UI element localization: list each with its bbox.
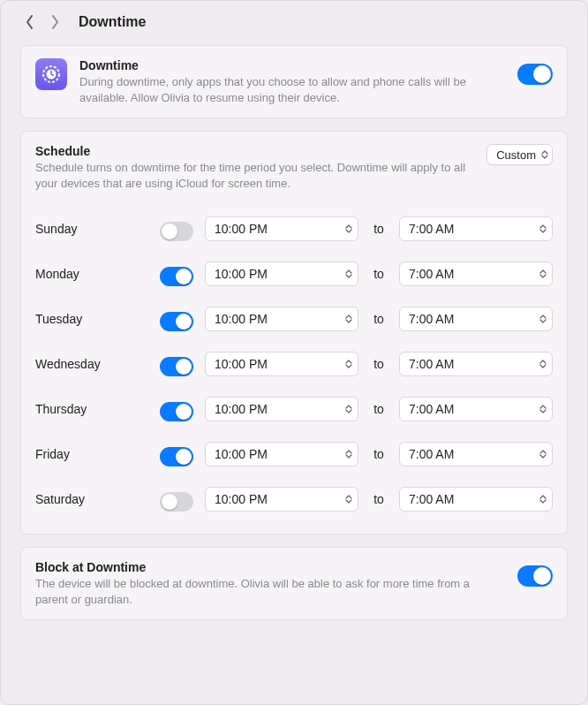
downtime-card: Downtime During downtime, only apps that… <box>20 45 568 118</box>
end-time-stepper[interactable]: 7:00 AM <box>399 216 553 241</box>
to-label: to <box>366 267 392 281</box>
updown-icon <box>345 269 352 278</box>
end-time-stepper[interactable]: 7:00 AM <box>399 262 553 286</box>
updown-icon <box>345 495 352 504</box>
to-label: to <box>366 357 392 371</box>
day-label: Sunday <box>35 222 148 236</box>
updown-icon <box>345 450 352 459</box>
downtime-toggle[interactable] <box>517 64 553 85</box>
day-row: Wednesday10:00 PMto7:00 AM <box>35 341 553 386</box>
to-label: to <box>366 492 392 506</box>
nav-forward-button[interactable] <box>49 13 61 31</box>
block-description: The device will be blocked at downtime. … <box>35 576 505 607</box>
day-label: Friday <box>35 447 148 461</box>
updown-icon <box>539 360 547 368</box>
day-label: Saturday <box>35 492 148 506</box>
day-row: Friday10:00 PMto7:00 AM <box>35 431 553 476</box>
end-time-value: 7:00 AM <box>409 447 454 461</box>
day-toggle[interactable] <box>160 267 193 286</box>
day-toggle[interactable] <box>160 312 193 331</box>
day-label: Monday <box>35 267 148 281</box>
downtime-icon <box>35 58 67 90</box>
day-label: Wednesday <box>35 357 148 371</box>
day-toggle[interactable] <box>160 402 193 421</box>
start-time-value: 10:00 PM <box>215 222 268 236</box>
page-title: Downtime <box>79 14 146 30</box>
end-time-stepper[interactable]: 7:00 AM <box>399 397 553 421</box>
day-row: Thursday10:00 PMto7:00 AM <box>35 386 553 431</box>
days-list: Sunday10:00 PMto7:00 AMMonday10:00 PMto7… <box>35 207 553 521</box>
downtime-title: Downtime <box>79 58 505 72</box>
start-time-stepper[interactable]: 10:00 PM <box>205 216 358 241</box>
start-time-stepper[interactable]: 10:00 PM <box>205 397 358 421</box>
start-time-stepper[interactable]: 10:00 PM <box>205 442 358 466</box>
end-time-value: 7:00 AM <box>409 402 454 416</box>
day-row: Monday10:00 PMto7:00 AM <box>35 251 553 296</box>
to-label: to <box>366 312 392 326</box>
updown-icon <box>539 450 547 459</box>
end-time-value: 7:00 AM <box>409 222 454 236</box>
end-time-value: 7:00 AM <box>409 267 454 281</box>
updown-icon <box>539 495 547 504</box>
start-time-value: 10:00 PM <box>215 267 268 281</box>
nav-back-button[interactable] <box>24 13 36 31</box>
updown-icon <box>541 150 548 159</box>
end-time-stepper[interactable]: 7:00 AM <box>399 442 553 466</box>
updown-icon <box>345 405 352 413</box>
day-row: Saturday10:00 PMto7:00 AM <box>35 476 553 521</box>
updown-icon <box>539 405 547 413</box>
updown-icon <box>345 360 352 368</box>
day-row: Tuesday10:00 PMto7:00 AM <box>35 296 553 341</box>
start-time-stepper[interactable]: 10:00 PM <box>205 262 358 286</box>
schedule-mode-select[interactable]: Custom <box>486 144 553 165</box>
updown-icon <box>539 224 547 233</box>
to-label: to <box>366 222 392 236</box>
end-time-stepper[interactable]: 7:00 AM <box>399 487 553 512</box>
preferences-window: Downtime Downtime During downtime, only … <box>0 0 588 705</box>
end-time-value: 7:00 AM <box>409 357 454 371</box>
start-time-stepper[interactable]: 10:00 PM <box>205 487 358 512</box>
to-label: to <box>366 447 392 461</box>
day-label: Thursday <box>35 402 148 416</box>
start-time-value: 10:00 PM <box>215 312 268 326</box>
updown-icon <box>345 224 352 233</box>
start-time-stepper[interactable]: 10:00 PM <box>205 352 358 376</box>
schedule-title: Schedule <box>35 144 476 158</box>
chevron-left-icon <box>26 15 34 29</box>
updown-icon <box>345 315 352 323</box>
start-time-stepper[interactable]: 10:00 PM <box>205 307 358 331</box>
day-toggle[interactable] <box>160 492 193 512</box>
updown-icon <box>539 315 547 323</box>
day-row: Sunday10:00 PMto7:00 AM <box>35 207 553 251</box>
start-time-value: 10:00 PM <box>215 357 268 371</box>
content-area: Downtime During downtime, only apps that… <box>1 36 587 638</box>
start-time-value: 10:00 PM <box>215 447 268 461</box>
clock-gauge-icon <box>41 64 62 85</box>
schedule-description: Schedule turns on downtime for the time … <box>35 160 476 191</box>
day-toggle[interactable] <box>160 222 193 241</box>
day-toggle[interactable] <box>160 447 193 466</box>
block-card: Block at Downtime The device will be blo… <box>20 547 568 620</box>
downtime-description: During downtime, only apps that you choo… <box>79 74 505 105</box>
block-title: Block at Downtime <box>35 560 505 574</box>
end-time-value: 7:00 AM <box>409 492 454 506</box>
to-label: to <box>366 402 392 416</box>
start-time-value: 10:00 PM <box>215 402 268 416</box>
day-toggle[interactable] <box>160 357 193 376</box>
schedule-card: Schedule Schedule turns on downtime for … <box>20 131 568 534</box>
end-time-value: 7:00 AM <box>409 312 454 326</box>
updown-icon <box>539 269 547 278</box>
titlebar: Downtime <box>1 1 587 36</box>
day-label: Tuesday <box>35 312 148 326</box>
end-time-stepper[interactable]: 7:00 AM <box>399 352 553 376</box>
block-toggle[interactable] <box>517 565 553 587</box>
start-time-value: 10:00 PM <box>215 492 268 506</box>
end-time-stepper[interactable]: 7:00 AM <box>399 307 553 331</box>
chevron-right-icon <box>50 15 59 29</box>
schedule-mode-label: Custom <box>496 148 536 162</box>
